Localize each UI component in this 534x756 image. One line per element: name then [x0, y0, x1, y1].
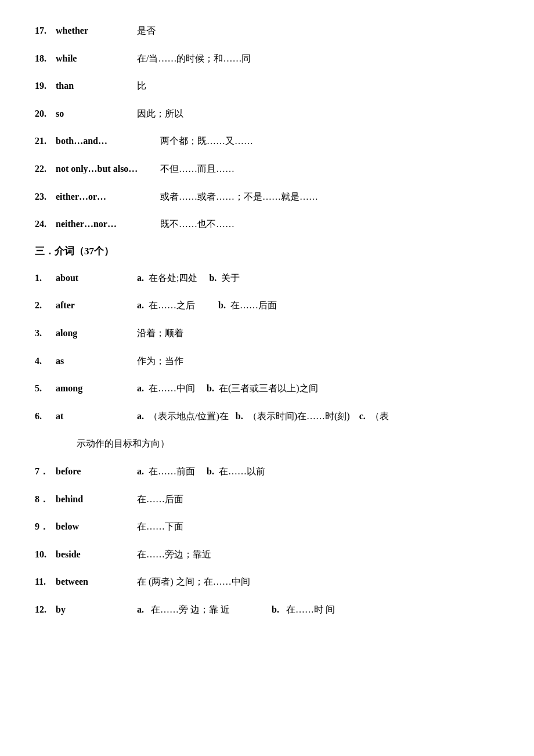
- prep-entry-9: 9． below 在……下面: [35, 519, 499, 534]
- entry-24: 24. neither…nor… 既不……也不……: [35, 217, 499, 232]
- prep-entry-10: 10. beside 在……旁边；靠近: [35, 547, 499, 562]
- entry-meaning: 作为；当作: [137, 354, 499, 369]
- entry-meaning: 因此；所以: [137, 106, 499, 121]
- prep-entry-11: 11. between 在 (两者) 之间；在……中间: [35, 574, 499, 589]
- entry-num: 22.: [35, 161, 56, 177]
- entry-word: than: [56, 78, 137, 93]
- continuation-text: 示动作的目标和方向）: [77, 436, 169, 451]
- prep-entry-1: 1. about a. 在各处;四处 b. 关于: [35, 271, 499, 286]
- entry-word: after: [56, 298, 137, 313]
- entry-num: 23.: [35, 189, 56, 204]
- prep-entry-7: 7． before a. 在……前面 b. 在……以前: [35, 464, 499, 479]
- prep-section: 1. about a. 在各处;四处 b. 关于 2. after a. 在………: [35, 271, 499, 617]
- entry-word: about: [56, 271, 137, 286]
- entry-22: 22. not only…but also… 不但……而且……: [35, 161, 499, 177]
- entries-section: 17. whether 是否 18. while 在/当……的时候；和……同 1…: [35, 23, 499, 232]
- entry-18: 18. while 在/当……的时候；和……同: [35, 51, 499, 66]
- prep-entry-6-cont: 示动作的目标和方向）: [35, 436, 499, 451]
- entry-num: 20.: [35, 106, 56, 121]
- entry-meaning: a. 在各处;四处 b. 关于: [137, 271, 499, 286]
- entry-num: 11.: [35, 574, 56, 589]
- prep-entry-12: 12. by a. 在……旁 边；靠 近 b. 在……时 间: [35, 602, 499, 617]
- entry-meaning: a. 在……旁 边；靠 近 b. 在……时 间: [137, 602, 499, 617]
- entry-num: 8．: [35, 492, 56, 507]
- entry-17: 17. whether 是否: [35, 23, 499, 38]
- entry-19: 19. than 比: [35, 78, 499, 93]
- entry-word: by: [56, 602, 137, 617]
- entry-word: before: [56, 464, 137, 479]
- entry-num: 3.: [35, 326, 56, 341]
- entry-word: both…and…: [56, 134, 160, 149]
- entry-word: between: [56, 574, 137, 589]
- entry-num: 7．: [35, 464, 56, 479]
- entry-num: 5.: [35, 381, 56, 396]
- entry-num: 17.: [35, 23, 56, 38]
- entry-num: 19.: [35, 78, 56, 93]
- entry-20: 20. so 因此；所以: [35, 106, 499, 121]
- prep-entry-4: 4. as 作为；当作: [35, 354, 499, 369]
- entry-num: 10.: [35, 547, 56, 562]
- entry-num: 12.: [35, 602, 56, 617]
- entry-meaning: a. 在……中间 b. 在(三者或三者以上)之间: [137, 381, 499, 396]
- entry-word: at: [56, 409, 137, 424]
- entry-num: 21.: [35, 134, 56, 149]
- entry-meaning: 或者……或者……；不是……就是……: [160, 189, 499, 204]
- entry-meaning: 既不……也不……: [160, 217, 499, 232]
- entry-23: 23. either…or… 或者……或者……；不是……就是……: [35, 189, 499, 204]
- entry-word: whether: [56, 23, 137, 38]
- entry-meaning: 比: [137, 78, 499, 93]
- entry-meaning: 是否: [137, 23, 499, 38]
- entry-meaning: a. 在……前面 b. 在……以前: [137, 464, 499, 479]
- entry-meaning: 在……旁边；靠近: [137, 547, 499, 562]
- entry-num: 2.: [35, 298, 56, 313]
- entry-21: 21. both…and… 两个都；既……又……: [35, 134, 499, 149]
- entry-meaning: 两个都；既……又……: [160, 134, 499, 149]
- entry-word: neither…nor…: [56, 217, 160, 232]
- entry-num: 6.: [35, 409, 56, 424]
- prep-entry-5: 5. among a. 在……中间 b. 在(三者或三者以上)之间: [35, 381, 499, 396]
- entry-word: as: [56, 354, 137, 369]
- entry-num: 9．: [35, 519, 56, 534]
- entry-num: 1.: [35, 271, 56, 286]
- prep-entry-8: 8． behind 在……后面: [35, 492, 499, 507]
- entry-word: while: [56, 51, 137, 66]
- entry-meaning: a. （表示地点/位置)在 b. （表示时间)在……时(刻) c. （表: [137, 409, 499, 424]
- entry-meaning: 在……后面: [137, 492, 499, 507]
- entry-word: along: [56, 326, 137, 341]
- entry-num: 18.: [35, 51, 56, 66]
- entry-meaning: 沿着；顺着: [137, 326, 499, 341]
- prep-entry-6: 6. at a. （表示地点/位置)在 b. （表示时间)在……时(刻) c. …: [35, 409, 499, 424]
- entry-word: beside: [56, 547, 137, 562]
- entry-word: below: [56, 519, 137, 534]
- section-header: 三．介词（37个）: [35, 244, 499, 258]
- entry-word: either…or…: [56, 189, 160, 204]
- entry-meaning: 在……下面: [137, 519, 499, 534]
- entry-meaning: a. 在……之后 b. 在……后面: [137, 298, 499, 313]
- prep-entry-2: 2. after a. 在……之后 b. 在……后面: [35, 298, 499, 313]
- entry-word: behind: [56, 492, 137, 507]
- entry-word: so: [56, 106, 137, 121]
- entry-num: 4.: [35, 354, 56, 369]
- entry-word: among: [56, 381, 137, 396]
- entry-meaning: 不但……而且……: [160, 161, 499, 177]
- prep-entry-3: 3. along 沿着；顺着: [35, 326, 499, 341]
- entry-num: 24.: [35, 217, 56, 232]
- entry-meaning: 在/当……的时候；和……同: [137, 51, 499, 66]
- entry-meaning: 在 (两者) 之间；在……中间: [137, 574, 499, 589]
- entry-word: not only…but also…: [56, 161, 160, 177]
